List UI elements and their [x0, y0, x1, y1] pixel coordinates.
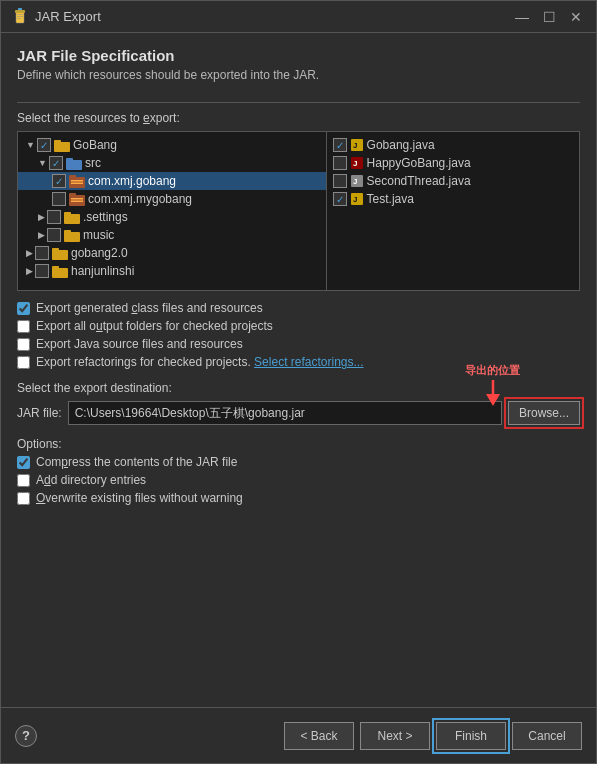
finish-button[interactable]: Finish [436, 722, 506, 750]
check-src[interactable]: ✓ [49, 156, 63, 170]
tree-left[interactable]: ▼ ✓ GoBang ▼ ✓ [18, 132, 327, 290]
label-secondthread-java: SecondThread.java [367, 174, 471, 188]
svg-rect-1 [15, 10, 25, 13]
check-happygobang-java[interactable] [333, 156, 347, 170]
label-com-xmj-gobang: com.xmj.gobang [88, 174, 176, 188]
folder-src-icon [66, 157, 82, 170]
checkbox-overwrite-input[interactable] [17, 492, 30, 505]
label-com-xmj-mygobang: com.xmj.mygobang [88, 192, 192, 206]
check-settings[interactable] [47, 210, 61, 224]
svg-rect-5 [18, 8, 22, 10]
svg-rect-13 [71, 182, 83, 184]
label-happygobang-java: HappyGoBang.java [367, 156, 471, 170]
footer-right: < Back Next > Finish Cancel [284, 722, 582, 750]
chevron-src: ▼ [38, 158, 47, 168]
close-button[interactable]: ✕ [566, 9, 586, 25]
tree-item-src[interactable]: ▼ ✓ src [18, 154, 326, 172]
check-secondthread-java[interactable] [333, 174, 347, 188]
tree-item-test-java[interactable]: ✓ J Test.java [329, 190, 577, 208]
checkbox-overwrite-label: Overwrite existing files without warning [36, 491, 243, 505]
jar-file-label: JAR file: [17, 406, 62, 420]
jar-export-window: JAR Export — ☐ ✕ JAR File Specification … [0, 0, 597, 764]
annotation-arrow: 导出的位置 [465, 363, 520, 408]
package-mygobang-icon [69, 193, 85, 206]
svg-rect-23 [52, 248, 59, 252]
next-button[interactable]: Next > [360, 722, 430, 750]
tree-item-com-xmj-gobang[interactable]: ✓ com.xmj.gobang [18, 172, 326, 190]
tree-right[interactable]: ✓ J Gobang.java J HappyGoBang.java [327, 132, 579, 290]
content-area: JAR File Specification Define which reso… [1, 33, 596, 707]
checkbox-add-dir: Add directory entries [17, 473, 580, 487]
label-src: src [85, 156, 101, 170]
checkbox-add-dir-label: Add directory entries [36, 473, 146, 487]
cancel-button[interactable]: Cancel [512, 722, 582, 750]
annotation-text: 导出的位置 [465, 363, 520, 378]
svg-text:J: J [353, 141, 357, 150]
window-title: JAR Export [35, 9, 101, 24]
check-test-java[interactable]: ✓ [333, 192, 347, 206]
tree-item-com-xmj-mygobang[interactable]: com.xmj.mygobang [18, 190, 326, 208]
checkbox-export-source-input[interactable] [17, 338, 30, 351]
select-refactorings-link[interactable]: Select refactorings... [254, 355, 363, 369]
svg-rect-11 [69, 175, 76, 179]
check-gobang[interactable]: ✓ [37, 138, 51, 152]
svg-text:J: J [353, 177, 357, 186]
options-label: Options: [17, 437, 580, 451]
section-desc: Define which resources should be exporte… [17, 68, 580, 82]
tree-item-gobang[interactable]: ▼ ✓ GoBang [18, 136, 326, 154]
checkbox-compress: Compress the contents of the JAR file [17, 455, 580, 469]
tree-item-settings[interactable]: ▶ .settings [18, 208, 326, 226]
checkbox-export-source-label: Export Java source files and resources [36, 337, 243, 351]
label-test-java: Test.java [367, 192, 414, 206]
tree-panel: ▼ ✓ GoBang ▼ ✓ [17, 131, 580, 291]
java-secondthread-icon: J [350, 174, 364, 188]
chevron-settings: ▶ [38, 212, 45, 222]
title-bar-controls: — ☐ ✕ [511, 9, 586, 25]
label-gobang-java: Gobang.java [367, 138, 435, 152]
tree-item-gobang2[interactable]: ▶ gobang2.0 [18, 244, 326, 262]
tree-item-happygobang-java[interactable]: J HappyGoBang.java [329, 154, 577, 172]
maximize-button[interactable]: ☐ [539, 9, 560, 25]
check-com-xmj-gobang[interactable]: ✓ [52, 174, 66, 188]
back-button[interactable]: < Back [284, 722, 354, 750]
checkbox-export-refactoring-input[interactable] [17, 356, 30, 369]
checkbox-export-output-label: Export all output folders for checked pr… [36, 319, 273, 333]
tree-item-secondthread-java[interactable]: J SecondThread.java [329, 172, 577, 190]
svg-rect-25 [52, 266, 59, 270]
check-gobang-java[interactable]: ✓ [333, 138, 347, 152]
label-hanjunlinshi: hanjunlinshi [71, 264, 134, 278]
tree-item-hanjunlinshi[interactable]: ▶ hanjunlinshi [18, 262, 326, 280]
svg-rect-4 [17, 18, 21, 19]
check-gobang2[interactable] [35, 246, 49, 260]
check-com-xmj-mygobang[interactable] [52, 192, 66, 206]
check-music[interactable] [47, 228, 61, 242]
svg-text:J: J [353, 159, 357, 168]
jar-icon [11, 8, 29, 26]
annotation-arrow-icon [478, 378, 508, 408]
checkbox-export-class: Export generated class files and resourc… [17, 301, 580, 315]
checkbox-export-output-input[interactable] [17, 320, 30, 333]
checkbox-add-dir-input[interactable] [17, 474, 30, 487]
check-hanjunlinshi[interactable] [35, 264, 49, 278]
jar-file-input[interactable] [68, 401, 502, 425]
help-button[interactable]: ? [15, 725, 37, 747]
package-com-xmj-gobang-icon [69, 175, 85, 188]
minimize-button[interactable]: — [511, 9, 533, 25]
chevron-music: ▶ [38, 230, 45, 240]
checkbox-compress-input[interactable] [17, 456, 30, 469]
checkbox-overwrite: Overwrite existing files without warning [17, 491, 580, 505]
checkbox-compress-label: Compress the contents of the JAR file [36, 455, 237, 469]
tree-item-gobang-java[interactable]: ✓ J Gobang.java [329, 136, 577, 154]
jar-row: JAR file: Browse... 导出的位置 [17, 401, 580, 425]
checkbox-export-class-input[interactable] [17, 302, 30, 315]
label-music: music [83, 228, 114, 242]
java-test-icon: J [350, 192, 364, 206]
label-gobang: GoBang [73, 138, 117, 152]
section-title: JAR File Specification [17, 47, 580, 64]
tree-item-music[interactable]: ▶ music [18, 226, 326, 244]
svg-rect-12 [71, 180, 83, 182]
svg-rect-9 [66, 158, 73, 162]
svg-rect-17 [71, 200, 83, 202]
header-divider [17, 102, 580, 103]
svg-rect-19 [64, 212, 71, 216]
